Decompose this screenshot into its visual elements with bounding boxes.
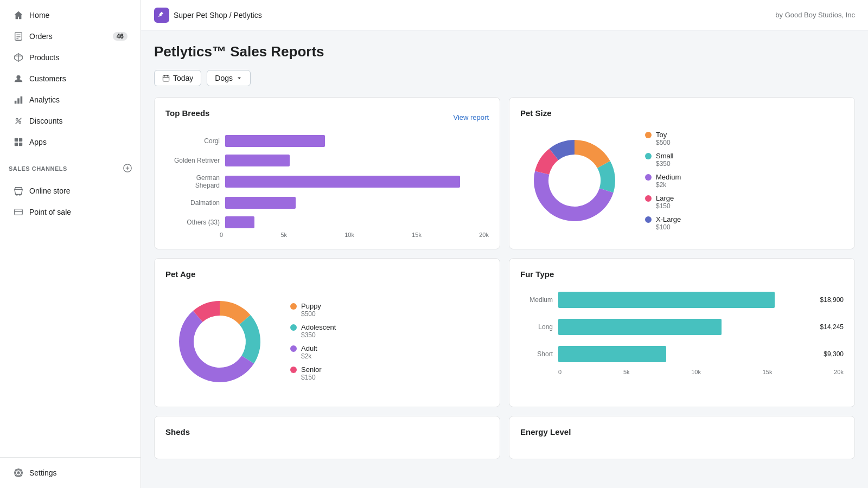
legend-text-group: Puppy $500 (301, 302, 321, 318)
legend-label: Large (656, 194, 674, 202)
svg-point-21 (16, 194, 17, 195)
legend-dot (645, 195, 652, 202)
topbar-title: Super Pet Shop / Petlytics (174, 11, 262, 20)
legend-dot (290, 345, 297, 352)
discounts-icon (13, 115, 24, 126)
pet-size-title: Pet Size (520, 108, 844, 118)
top-breeds-chart: Corgi Golden Retriver German Shepard Dal… (165, 135, 489, 228)
sidebar-item-orders[interactable]: Orders 46 (4, 26, 136, 47)
legend-value: $2k (301, 352, 317, 360)
pet-age-card: Pet Age Puppy $500 Adolescent $350 (154, 258, 500, 407)
breed-axis-label: 20k (479, 232, 489, 238)
legend-text-group: Small $350 (656, 152, 674, 168)
page-title: Petlytics™ Sales Reports (154, 43, 855, 60)
fur-label: Medium (520, 296, 553, 304)
top-breeds-header: Top Breeds View report (165, 108, 489, 126)
pet-age-donut-chart (165, 287, 274, 396)
orders-icon (13, 31, 24, 42)
legend-dot (645, 132, 652, 138)
sidebar-item-home[interactable]: Home (4, 5, 136, 25)
breed-track (225, 155, 483, 166)
breed-fill (225, 216, 254, 228)
fur-axis-label: 5k (623, 369, 630, 375)
svg-rect-16 (15, 143, 18, 146)
legend-item: Puppy $500 (290, 302, 336, 318)
legend-dot (645, 174, 652, 181)
sidebar-item-products[interactable]: Products (4, 47, 136, 68)
legend-text-group: Senior $150 (301, 365, 322, 381)
topbar: Super Pet Shop / Petlytics by Good Boy S… (141, 0, 868, 30)
svg-rect-26 (163, 76, 169, 81)
legend-item: Toy $500 (645, 131, 681, 146)
legend-text-group: Adult $2k (301, 344, 317, 360)
legend-text-group: Toy $500 (656, 131, 671, 146)
svg-point-11 (16, 119, 18, 121)
legend-label: Adult (301, 344, 317, 352)
breed-bar-row: Golden Retriver (171, 155, 483, 166)
svg-rect-23 (15, 209, 22, 215)
legend-item: Adult $2k (290, 344, 336, 360)
legend-value: $150 (301, 374, 322, 381)
legend-text-group: Large $150 (656, 194, 674, 210)
category-filter-select[interactable]: Dogs (207, 70, 251, 86)
sidebar-item-analytics[interactable]: Analytics (4, 89, 136, 110)
sidebar-item-point-of-sale[interactable]: Point of sale (4, 202, 136, 222)
breed-axis-label: 5k (280, 232, 287, 238)
analytics-icon (13, 94, 24, 105)
breed-fill (225, 197, 296, 209)
fur-label: Long (520, 323, 553, 331)
legend-dot (290, 367, 297, 373)
fur-value: $18,900 (820, 296, 844, 304)
main-content: Super Pet Shop / Petlytics by Good Boy S… (141, 0, 868, 488)
fur-type-card: Fur Type Medium $18,900 Long $14,245 Sho… (509, 258, 855, 407)
svg-rect-17 (19, 143, 22, 146)
legend-value: $500 (656, 139, 671, 146)
legend-dot (645, 153, 652, 159)
breed-fill (225, 176, 460, 188)
legend-text-group: Medium $2k (656, 173, 681, 189)
fur-value: $14,245 (820, 323, 844, 331)
breed-label: Others (33) (171, 219, 220, 226)
sidebar-item-settings[interactable]: Settings (4, 463, 136, 483)
date-filter-button[interactable]: Today (154, 70, 201, 86)
breed-track (225, 216, 483, 228)
store-icon (13, 185, 24, 196)
legend-item: Senior $150 (290, 365, 336, 381)
legend-value: $2k (656, 181, 681, 189)
filters-bar: Today Dogs (154, 70, 855, 86)
fur-bar-row: Long $14,245 (520, 319, 844, 335)
fur-axis-label: 0 (558, 369, 561, 375)
breed-track (225, 135, 483, 147)
sheds-title: Sheds (165, 427, 489, 436)
sidebar-item-discounts[interactable]: Discounts (4, 111, 136, 131)
breed-fill (225, 135, 325, 147)
top-breeds-card: Top Breeds View report Corgi Golden Retr… (154, 97, 500, 249)
sidebar-item-online-store[interactable]: Online store (4, 181, 136, 201)
customers-icon (13, 73, 24, 84)
fur-track (558, 319, 810, 335)
sheds-card: Sheds (154, 416, 500, 459)
fur-axis-label: 10k (691, 369, 701, 375)
bottom-cards: Sheds Energy Level (154, 416, 855, 459)
legend-value: $100 (656, 223, 681, 231)
legend-label: X-Large (656, 215, 681, 223)
donut-center (550, 156, 599, 206)
svg-point-22 (20, 194, 21, 195)
sidebar-item-customers[interactable]: Customers (4, 68, 136, 89)
breed-label: Dalmation (171, 199, 220, 207)
fur-bar-row: Medium $18,900 (520, 292, 844, 308)
fur-label: Short (520, 350, 553, 358)
energy-level-title: Energy Level (520, 427, 844, 436)
legend-label: Adolescent (301, 323, 336, 331)
legend-label: Medium (656, 173, 681, 181)
svg-rect-9 (17, 98, 20, 104)
view-report-link[interactable]: View report (453, 113, 489, 121)
add-sales-channel-icon[interactable] (123, 164, 132, 174)
page: Petlytics™ Sales Reports Today Dogs Top … (141, 30, 868, 488)
svg-rect-8 (15, 101, 17, 104)
svg-rect-15 (19, 138, 22, 142)
breed-bar-row: German Shepard (171, 174, 483, 189)
legend-dot (645, 216, 652, 223)
breed-bar-row: Others (33) (171, 216, 483, 228)
sidebar-item-apps[interactable]: Apps (4, 132, 136, 152)
